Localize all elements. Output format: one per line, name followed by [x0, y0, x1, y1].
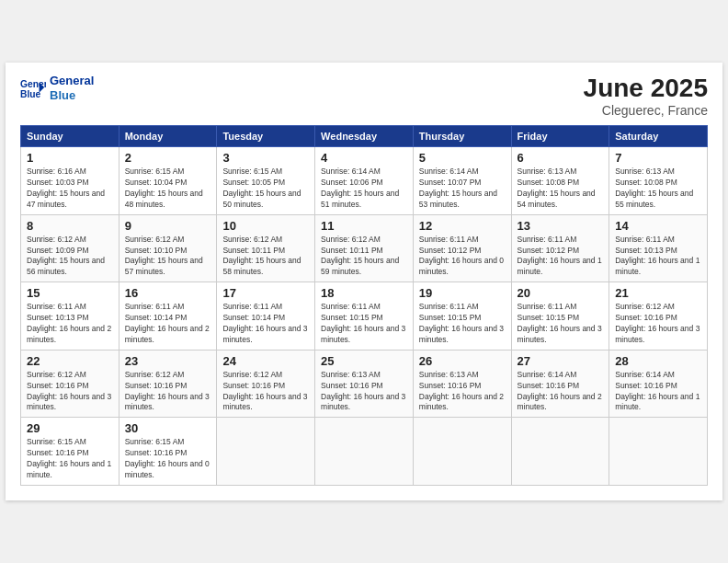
calendar-week-4: 22Sunrise: 6:12 AMSunset: 10:16 PMDaylig…: [21, 350, 708, 418]
day-cell-17: 17Sunrise: 6:11 AMSunset: 10:14 PMDaylig…: [217, 282, 315, 350]
day-cell-2: 2Sunrise: 6:15 AMSunset: 10:04 PMDayligh…: [119, 147, 217, 215]
day-info: Sunrise: 6:11 AMSunset: 10:13 PMDaylight…: [615, 235, 701, 279]
day-cell-9: 9Sunrise: 6:12 AMSunset: 10:10 PMDayligh…: [119, 214, 217, 282]
calendar: General Blue General Blue June 2025 Cleg…: [6, 63, 722, 500]
day-cell-14: 14Sunrise: 6:11 AMSunset: 10:13 PMDaylig…: [609, 214, 708, 282]
empty-cell: [413, 418, 511, 486]
day-number: 6: [518, 151, 604, 165]
day-info: Sunrise: 6:12 AMSunset: 10:11 PMDaylight…: [222, 235, 309, 279]
day-info: Sunrise: 6:13 AMSunset: 10:16 PMDaylight…: [321, 370, 407, 414]
day-cell-15: 15Sunrise: 6:11 AMSunset: 10:13 PMDaylig…: [21, 282, 119, 350]
day-number: 2: [125, 151, 211, 165]
day-info: Sunrise: 6:12 AMSunset: 10:16 PMDaylight…: [615, 302, 701, 346]
day-cell-30: 30Sunrise: 6:15 AMSunset: 10:16 PMDaylig…: [119, 418, 217, 486]
month-title: June 2025: [584, 74, 708, 103]
day-number: 15: [27, 286, 113, 300]
day-info: Sunrise: 6:15 AMSunset: 10:16 PMDaylight…: [27, 437, 113, 481]
day-info: Sunrise: 6:12 AMSunset: 10:10 PMDaylight…: [125, 235, 211, 279]
day-info: Sunrise: 6:12 AMSunset: 10:16 PMDaylight…: [125, 370, 211, 414]
weekday-header-row: SundayMondayTuesdayWednesdayThursdayFrid…: [21, 126, 708, 147]
calendar-week-5: 29Sunrise: 6:15 AMSunset: 10:16 PMDaylig…: [21, 418, 708, 486]
day-number: 26: [419, 354, 506, 368]
day-cell-18: 18Sunrise: 6:11 AMSunset: 10:15 PMDaylig…: [315, 282, 414, 350]
day-cell-25: 25Sunrise: 6:13 AMSunset: 10:16 PMDaylig…: [315, 350, 414, 418]
weekday-header-thursday: Thursday: [413, 126, 511, 147]
day-cell-28: 28Sunrise: 6:14 AMSunset: 10:16 PMDaylig…: [609, 350, 708, 418]
day-info: Sunrise: 6:11 AMSunset: 10:12 PMDaylight…: [518, 235, 604, 279]
day-info: Sunrise: 6:14 AMSunset: 10:06 PMDaylight…: [321, 167, 407, 211]
calendar-week-3: 15Sunrise: 6:11 AMSunset: 10:13 PMDaylig…: [21, 282, 708, 350]
logo-icon: General Blue: [20, 75, 46, 101]
weekday-header-sunday: Sunday: [21, 126, 119, 147]
weekday-header-tuesday: Tuesday: [217, 126, 315, 147]
location: Cleguerec, France: [584, 103, 708, 118]
day-number: 14: [615, 219, 701, 233]
day-info: Sunrise: 6:11 AMSunset: 10:15 PMDaylight…: [321, 302, 407, 346]
day-info: Sunrise: 6:14 AMSunset: 10:16 PMDaylight…: [615, 370, 701, 414]
day-number: 20: [518, 286, 604, 300]
day-info: Sunrise: 6:13 AMSunset: 10:08 PMDaylight…: [518, 167, 604, 211]
empty-cell: [511, 418, 609, 486]
day-info: Sunrise: 6:11 AMSunset: 10:14 PMDaylight…: [125, 302, 211, 346]
calendar-week-2: 8Sunrise: 6:12 AMSunset: 10:09 PMDayligh…: [21, 214, 708, 282]
day-number: 7: [615, 151, 701, 165]
day-number: 16: [125, 286, 211, 300]
day-info: Sunrise: 6:13 AMSunset: 10:16 PMDaylight…: [419, 370, 506, 414]
day-cell-26: 26Sunrise: 6:13 AMSunset: 10:16 PMDaylig…: [413, 350, 511, 418]
day-number: 12: [419, 219, 506, 233]
day-info: Sunrise: 6:11 AMSunset: 10:14 PMDaylight…: [222, 302, 309, 346]
day-cell-1: 1Sunrise: 6:16 AMSunset: 10:03 PMDayligh…: [21, 147, 119, 215]
day-number: 13: [518, 219, 604, 233]
day-number: 30: [125, 421, 211, 435]
day-cell-23: 23Sunrise: 6:12 AMSunset: 10:16 PMDaylig…: [119, 350, 217, 418]
day-number: 8: [27, 219, 113, 233]
day-number: 21: [615, 286, 701, 300]
day-number: 22: [27, 354, 113, 368]
day-number: 10: [222, 219, 309, 233]
day-cell-16: 16Sunrise: 6:11 AMSunset: 10:14 PMDaylig…: [119, 282, 217, 350]
day-info: Sunrise: 6:11 AMSunset: 10:15 PMDaylight…: [518, 302, 604, 346]
title-section: June 2025 Cleguerec, France: [584, 74, 708, 118]
logo-text-line1: General: [50, 74, 94, 88]
day-cell-3: 3Sunrise: 6:15 AMSunset: 10:05 PMDayligh…: [217, 147, 315, 215]
day-info: Sunrise: 6:12 AMSunset: 10:09 PMDaylight…: [27, 235, 113, 279]
day-info: Sunrise: 6:11 AMSunset: 10:12 PMDaylight…: [419, 235, 506, 279]
logo-text-line2: Blue: [50, 88, 94, 103]
day-info: Sunrise: 6:12 AMSunset: 10:16 PMDaylight…: [222, 370, 309, 414]
logo: General Blue General Blue: [20, 74, 94, 102]
calendar-week-1: 1Sunrise: 6:16 AMSunset: 10:03 PMDayligh…: [21, 147, 708, 215]
day-number: 24: [222, 354, 309, 368]
day-number: 27: [518, 354, 604, 368]
day-info: Sunrise: 6:12 AMSunset: 10:11 PMDaylight…: [321, 235, 407, 279]
day-number: 5: [419, 151, 506, 165]
weekday-header-saturday: Saturday: [609, 126, 708, 147]
calendar-table: SundayMondayTuesdayWednesdayThursdayFrid…: [20, 125, 708, 486]
day-number: 4: [321, 151, 407, 165]
day-number: 17: [222, 286, 309, 300]
empty-cell: [217, 418, 315, 486]
day-info: Sunrise: 6:11 AMSunset: 10:13 PMDaylight…: [27, 302, 113, 346]
day-info: Sunrise: 6:15 AMSunset: 10:05 PMDaylight…: [222, 167, 309, 211]
day-cell-8: 8Sunrise: 6:12 AMSunset: 10:09 PMDayligh…: [21, 214, 119, 282]
day-cell-5: 5Sunrise: 6:14 AMSunset: 10:07 PMDayligh…: [413, 147, 511, 215]
day-cell-29: 29Sunrise: 6:15 AMSunset: 10:16 PMDaylig…: [21, 418, 119, 486]
day-cell-20: 20Sunrise: 6:11 AMSunset: 10:15 PMDaylig…: [511, 282, 609, 350]
day-cell-13: 13Sunrise: 6:11 AMSunset: 10:12 PMDaylig…: [511, 214, 609, 282]
weekday-header-friday: Friday: [511, 126, 609, 147]
day-info: Sunrise: 6:11 AMSunset: 10:15 PMDaylight…: [419, 302, 506, 346]
day-number: 25: [321, 354, 407, 368]
day-info: Sunrise: 6:13 AMSunset: 10:08 PMDaylight…: [615, 167, 701, 211]
day-cell-27: 27Sunrise: 6:14 AMSunset: 10:16 PMDaylig…: [511, 350, 609, 418]
day-cell-21: 21Sunrise: 6:12 AMSunset: 10:16 PMDaylig…: [609, 282, 708, 350]
empty-cell: [609, 418, 708, 486]
day-info: Sunrise: 6:16 AMSunset: 10:03 PMDaylight…: [27, 167, 113, 211]
day-number: 9: [125, 219, 211, 233]
empty-cell: [315, 418, 414, 486]
day-info: Sunrise: 6:14 AMSunset: 10:07 PMDaylight…: [419, 167, 506, 211]
svg-text:Blue: Blue: [20, 89, 41, 99]
weekday-header-monday: Monday: [119, 126, 217, 147]
day-number: 28: [615, 354, 701, 368]
day-info: Sunrise: 6:15 AMSunset: 10:16 PMDaylight…: [125, 437, 211, 481]
day-info: Sunrise: 6:14 AMSunset: 10:16 PMDaylight…: [518, 370, 604, 414]
day-cell-6: 6Sunrise: 6:13 AMSunset: 10:08 PMDayligh…: [511, 147, 609, 215]
